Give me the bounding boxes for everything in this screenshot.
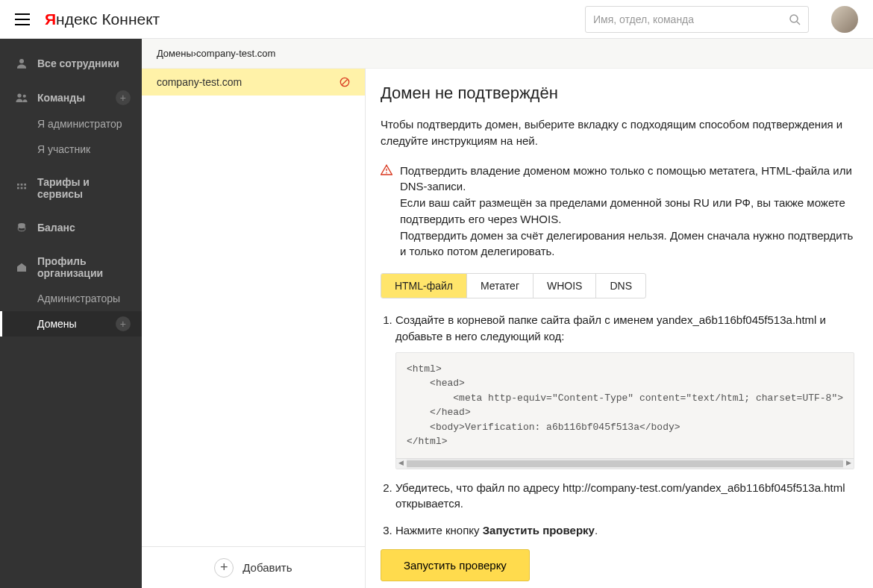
sidebar-item-administrators[interactable]: Администраторы bbox=[0, 286, 142, 311]
svg-line-13 bbox=[342, 80, 347, 85]
logo-connect: Коннект bbox=[98, 10, 160, 28]
people-icon bbox=[15, 91, 28, 104]
svg-rect-6 bbox=[21, 184, 23, 186]
grid-icon bbox=[15, 181, 28, 195]
add-domain-button[interactable]: + Добавить bbox=[142, 546, 365, 588]
add-label: Добавить bbox=[242, 561, 292, 574]
sidebar-label: Все сотрудники bbox=[37, 57, 119, 69]
tab-whois[interactable]: WHOIS bbox=[534, 274, 596, 298]
sidebar-label: Я участник bbox=[37, 143, 90, 155]
sidebar-item-team-admin[interactable]: Я администратор bbox=[0, 111, 142, 137]
sidebar-item-teams[interactable]: Команды + bbox=[0, 84, 142, 111]
sidebar-item-tariffs[interactable]: Тарифы и сервисы bbox=[0, 169, 142, 207]
alert-text: Подтвердить владение доменом можно тольк… bbox=[400, 163, 854, 260]
page-intro: Чтобы подтвердить домен, выберите вкладк… bbox=[381, 116, 873, 149]
main-content: Домен не подтверждён Чтобы подтвердить д… bbox=[366, 69, 873, 588]
svg-point-15 bbox=[386, 172, 387, 173]
add-team-icon[interactable]: + bbox=[116, 90, 131, 105]
svg-rect-5 bbox=[17, 184, 19, 186]
step-3: Нажмите кнопку Запустить проверку. bbox=[395, 522, 854, 539]
warning-icon bbox=[381, 164, 392, 176]
sidebar-label: Я администратор bbox=[37, 118, 122, 130]
search-input[interactable] bbox=[593, 13, 789, 25]
svg-line-1 bbox=[797, 22, 800, 25]
svg-rect-10 bbox=[24, 187, 26, 190]
sidebar-label: Профиль организации bbox=[37, 255, 127, 279]
domain-list-column: company-test.com + Добавить bbox=[142, 69, 366, 588]
sidebar-label: Тарифы и сервисы bbox=[37, 176, 127, 200]
tab-dns[interactable]: DNS bbox=[596, 274, 645, 298]
house-icon bbox=[15, 260, 28, 274]
logo-ya: Я bbox=[45, 10, 56, 28]
logo-ndex: ндекс bbox=[56, 10, 97, 28]
svg-point-4 bbox=[23, 95, 26, 98]
sidebar-label: Домены bbox=[37, 318, 77, 330]
coins-icon bbox=[15, 221, 28, 234]
scroll-right-icon[interactable]: ▶ bbox=[843, 459, 854, 469]
code-scrollbar[interactable]: ◀ ▶ bbox=[396, 458, 854, 469]
sidebar-item-balance[interactable]: Баланс bbox=[0, 214, 142, 241]
person-icon bbox=[15, 57, 28, 70]
breadcrumb: Домены › company-test.com bbox=[142, 39, 873, 69]
run-verification-button[interactable]: Запустить проверку bbox=[381, 549, 530, 581]
breadcrumb-current: company-test.com bbox=[196, 48, 275, 59]
status-unverified-icon bbox=[340, 77, 350, 87]
sidebar-label: Команды bbox=[37, 92, 85, 104]
svg-point-2 bbox=[19, 59, 24, 63]
menu-burger-icon[interactable] bbox=[15, 13, 30, 25]
step-2: Убедитесь, что файл по адресу http://com… bbox=[395, 480, 854, 513]
sidebar-item-team-member[interactable]: Я участник bbox=[0, 137, 142, 162]
svg-rect-7 bbox=[24, 184, 26, 186]
svg-rect-8 bbox=[17, 187, 19, 190]
svg-rect-9 bbox=[21, 187, 23, 190]
svg-point-3 bbox=[17, 93, 21, 97]
step-1: Создайте в корневой папке сайта файл с и… bbox=[395, 312, 854, 469]
logo[interactable]: Яндекс Коннект bbox=[45, 10, 160, 28]
sidebar-label: Администраторы bbox=[37, 293, 120, 304]
code-box: <html> <head> <meta http-equiv="Content-… bbox=[395, 352, 854, 469]
search-box[interactable] bbox=[585, 6, 809, 33]
header: Яндекс Коннект bbox=[0, 0, 873, 39]
sidebar-label: Баланс bbox=[37, 222, 75, 234]
sidebar-item-all-employees[interactable]: Все сотрудники bbox=[0, 50, 142, 77]
domain-row[interactable]: company-test.com bbox=[142, 69, 365, 96]
svg-point-0 bbox=[790, 15, 798, 22]
tab-html-file[interactable]: HTML-файл bbox=[381, 274, 467, 298]
sidebar-item-org-profile[interactable]: Профиль организации bbox=[0, 248, 142, 286]
plus-icon: + bbox=[214, 558, 234, 578]
avatar[interactable] bbox=[831, 6, 858, 33]
alert-box: Подтвердить владение доменом можно тольк… bbox=[381, 163, 873, 260]
breadcrumb-root[interactable]: Домены bbox=[157, 48, 193, 59]
code-content[interactable]: <html> <head> <meta http-equiv="Content-… bbox=[396, 353, 854, 458]
page-title: Домен не подтверждён bbox=[381, 84, 873, 103]
sidebar: Все сотрудники Команды + Я администратор… bbox=[0, 39, 142, 588]
sidebar-item-domains[interactable]: Домены + bbox=[0, 311, 142, 337]
tab-metatag[interactable]: Метатег bbox=[467, 274, 534, 298]
search-icon[interactable] bbox=[789, 13, 801, 25]
verification-tabs: HTML-файл Метатег WHOIS DNS bbox=[381, 273, 646, 298]
instruction-steps: Создайте в корневой папке сайта файл с и… bbox=[381, 312, 873, 539]
domain-name: company-test.com bbox=[157, 76, 340, 88]
scroll-left-icon[interactable]: ◀ bbox=[396, 459, 407, 469]
add-domain-icon[interactable]: + bbox=[116, 316, 131, 331]
